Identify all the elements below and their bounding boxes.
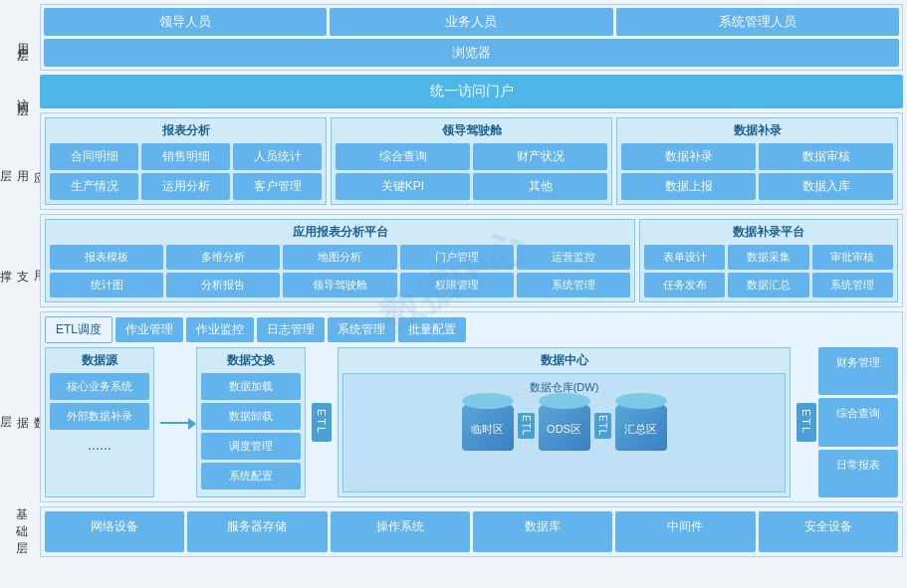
app-section-dashboard: 领导驾驶舱 综合查询 财产状况 关键KPI 其他 [331, 117, 612, 205]
cylinder-temp: 临时区 [462, 401, 514, 451]
user-business: 业务人员 [330, 8, 612, 36]
foundation-security: 安全设备 [759, 511, 898, 552]
etl-bar-etl: ETL调度 [45, 316, 113, 343]
right-box-report: 日常报表 [818, 450, 898, 497]
support-cell: 权限管理 [400, 273, 514, 297]
right-box-query: 综合查询 [818, 398, 898, 446]
support-cell: 系统管理 [517, 273, 630, 297]
app-cell: 综合查询 [336, 143, 470, 170]
etl-bar-log: 日志管理 [257, 317, 325, 342]
app-layer: 应用层 报表分析 合同明细 销售明细 人员统计 生产情况 运用分析 客户管理 [4, 112, 903, 210]
etl-bar-job-monitor: 作业监控 [186, 317, 254, 342]
etl-label-left: ETL [312, 347, 332, 497]
support-cell: 运营监控 [517, 245, 630, 270]
foundation-content: 网络设备 服务器存储 操作系统 数据库 中间件 安全设备 [40, 506, 903, 557]
foundation-os: 操作系统 [331, 511, 470, 552]
data-center-box: 数据中心 数据仓库(DW) 临时区 [338, 347, 791, 497]
cylinder-label: 临时区 [471, 422, 504, 437]
app-layer-label: 应用层 [4, 112, 40, 210]
support-cell: 领导驾驶舱 [283, 273, 396, 297]
app-cell: 运用分析 [141, 173, 230, 200]
data-exchange-box: 数据交换 数据加载 数据卸载 调度管理 系统配置 [196, 347, 306, 497]
access-layer: 访 问 层 统一访问门户 [4, 75, 903, 108]
data-source-dots: ...... [50, 433, 149, 457]
user-admin: 系统管理人员 [616, 8, 899, 36]
cylinder-shape: ODS区 [539, 401, 590, 451]
app-section-report-title: 报表分析 [50, 122, 322, 139]
data-layer: 数据层 ETL调度 作业管理 作业监控 日志管理 系统管理 批量配置 [4, 311, 903, 502]
support-section-analysis: 应用报表分析平台 报表模板 多维分析 地图分析 门户管理 运营监控 统计图 分析… [45, 219, 635, 302]
right-box-finance: 财务管理 [818, 347, 898, 395]
data-source-external: 外部数据补录 [50, 403, 149, 430]
app-cell: 数据补录 [621, 143, 756, 170]
etl-label-right: ETL [796, 347, 816, 497]
app-section-dashboard-title: 领导驾驶舱 [336, 122, 607, 139]
dw-cylinders: 临时区 ETL ODS区 [349, 401, 779, 451]
cylinder-shape: 临时区 [462, 401, 514, 451]
support-section-dataentry: 数据补录平台 表单设计 数据采集 审批审核 任务发布 数据汇总 系统管理 [639, 219, 898, 302]
cylinder-label: ODS区 [547, 422, 581, 437]
arrow-icon [160, 422, 190, 424]
app-cell: 合同明细 [50, 143, 138, 170]
support-cell: 系统管理 [812, 273, 893, 297]
etl-label-text: ETL [312, 403, 332, 441]
support-cell: 数据汇总 [728, 273, 808, 297]
data-main: 数据源 核心业务系统 外部数据补录 ...... 数据交换 数据加载 [45, 347, 898, 497]
support-cell: 报表模板 [50, 245, 163, 270]
cylinder-ods: ODS区 [539, 401, 590, 451]
etl-bar-sys-mgmt: 系统管理 [328, 317, 395, 342]
data-exchange-schedule: 调度管理 [201, 433, 301, 460]
support-cell: 任务发布 [644, 273, 725, 297]
support-cell: 分析报告 [166, 273, 280, 297]
etl-bar: ETL调度 作业管理 作业监控 日志管理 系统管理 批量配置 [45, 316, 898, 343]
cylinder-summary: 汇总区 [615, 401, 667, 451]
foundation-middleware: 中间件 [615, 511, 755, 552]
app-cell: 财产状况 [473, 143, 607, 170]
browser-box: 浏览器 [44, 39, 899, 67]
data-source-core: 核心业务系统 [50, 373, 149, 400]
app-cell: 数据入库 [759, 173, 893, 200]
app-section-dataentry-title: 数据补录 [621, 122, 893, 139]
foundation-db: 数据库 [473, 511, 612, 552]
cylinder-shape: 汇总区 [615, 401, 667, 451]
etl-between-2: ETL [594, 413, 611, 438]
app-cell: 关键KPI [336, 173, 470, 200]
arrow-source-to-exchange [160, 347, 190, 497]
data-exchange-title: 数据交换 [201, 352, 301, 369]
app-cell: 其他 [473, 173, 607, 200]
support-section-dataentry-title: 数据补录平台 [644, 224, 893, 241]
support-cell: 统计图 [50, 273, 163, 297]
etl-bar-batch: 批量配置 [398, 317, 466, 342]
support-cell: 多维分析 [166, 245, 280, 270]
app-cell: 销售明细 [141, 143, 230, 170]
data-exchange-unload: 数据卸载 [201, 403, 301, 430]
support-layer: 应用支撑层 应用报表分析平台 报表模板 多维分析 地图分析 门户管理 运营监控 … [4, 214, 903, 307]
app-cell: 生产情况 [50, 173, 138, 200]
support-layer-label: 应用支撑层 [4, 214, 40, 307]
app-section-dataentry: 数据补录 数据补录 数据审核 数据上报 数据入库 [616, 117, 898, 205]
etl-bar-job-mgmt: 作业管理 [115, 317, 183, 342]
user-layer: 用 户 层 领导人员 业务人员 系统管理人员 浏览器 [4, 4, 903, 71]
support-cell: 表单设计 [644, 245, 725, 270]
cylinder-label: 汇总区 [624, 422, 657, 437]
access-portal: 统一访问门户 [40, 75, 903, 108]
data-layer-label: 数据层 [4, 311, 40, 502]
right-boxes: 财务管理 综合查询 日常报表 [818, 347, 898, 497]
foundation-network: 网络设备 [45, 511, 184, 552]
app-cell: 数据审核 [759, 143, 893, 170]
data-center-title: 数据中心 [342, 352, 786, 369]
foundation-layer-label: 基础层 [4, 506, 40, 557]
user-layer-label: 用 户 层 [4, 4, 40, 71]
app-section-report: 报表分析 合同明细 销售明细 人员统计 生产情况 运用分析 客户管理 [45, 117, 327, 205]
app-cell: 客户管理 [233, 173, 322, 200]
app-cell: 人员统计 [233, 143, 322, 170]
etl-between-1: ETL [518, 413, 535, 438]
foundation-server: 服务器存储 [187, 511, 327, 552]
access-layer-label: 访 问 层 [4, 75, 40, 108]
data-source-box: 数据源 核心业务系统 外部数据补录 ...... [45, 347, 154, 497]
right-section: ETL 财务管理 综合查询 日常报表 [796, 347, 898, 497]
user-leader: 领导人员 [44, 8, 327, 36]
support-cell: 门户管理 [400, 245, 514, 270]
data-exchange-load: 数据加载 [201, 373, 301, 400]
dw-area: 数据仓库(DW) 临时区 ETL [342, 373, 786, 492]
